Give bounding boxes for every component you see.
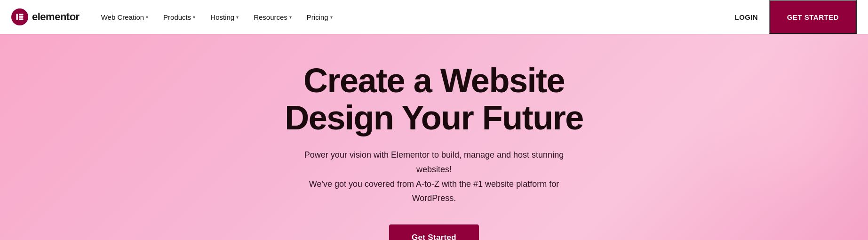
svg-rect-0: [16, 14, 18, 20]
nav-item-resources[interactable]: Resources ▾: [247, 9, 298, 25]
chevron-down-icon-web-creation: ▾: [146, 15, 148, 20]
logo-text: elementor: [32, 11, 80, 23]
nav-right: LOGIN GET STARTED: [724, 0, 857, 34]
svg-rect-1: [19, 14, 23, 15]
hero-title: Create a Website Design Your Future: [285, 62, 583, 136]
hero-section: Create a Website Design Your Future Powe…: [0, 34, 868, 240]
hero-title-line1: Create a Website: [303, 62, 565, 99]
hero-title-line2: Design Your Future: [285, 99, 583, 136]
hero-subtitle: Power your vision with Elementor to buil…: [288, 148, 580, 205]
nav-item-products-label: Products: [163, 13, 191, 21]
nav-item-hosting-label: Hosting: [210, 13, 234, 21]
nav-item-resources-label: Resources: [254, 13, 287, 21]
chevron-down-icon-resources: ▾: [289, 15, 292, 20]
chevron-down-icon-hosting: ▾: [236, 15, 239, 20]
login-button[interactable]: LOGIN: [724, 8, 769, 26]
chevron-down-icon-products: ▾: [193, 15, 195, 20]
logo-icon: [11, 8, 28, 25]
nav-item-pricing-label: Pricing: [307, 13, 328, 21]
navbar: elementor Web Creation ▾ Products ▾ Host…: [0, 0, 868, 34]
svg-rect-2: [19, 16, 23, 17]
nav-item-hosting[interactable]: Hosting ▾: [204, 9, 245, 25]
logo[interactable]: elementor: [11, 8, 80, 25]
nav-links: Web Creation ▾ Products ▾ Hosting ▾ Reso…: [95, 9, 724, 25]
hero-cta-button[interactable]: Get Started: [389, 224, 479, 240]
nav-item-web-creation-label: Web Creation: [101, 13, 144, 21]
chevron-down-icon-pricing: ▾: [330, 15, 333, 20]
svg-rect-3: [19, 18, 23, 20]
nav-item-pricing[interactable]: Pricing ▾: [300, 9, 339, 25]
nav-item-web-creation[interactable]: Web Creation ▾: [95, 9, 155, 25]
get-started-nav-button[interactable]: GET STARTED: [769, 0, 857, 34]
nav-item-products[interactable]: Products ▾: [157, 9, 202, 25]
hero-subtitle-line1: Power your vision with Elementor to buil…: [304, 150, 564, 174]
hero-subtitle-line2: We've got you covered from A-to-Z with t…: [309, 179, 559, 203]
